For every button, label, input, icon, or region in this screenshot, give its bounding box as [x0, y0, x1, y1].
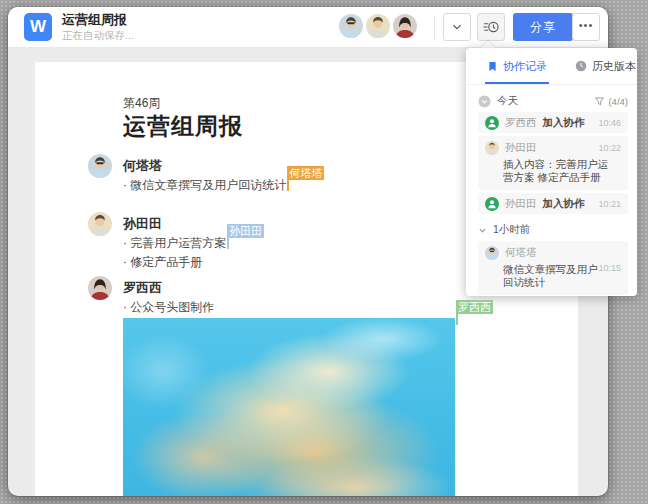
collaborator-name: 何塔塔 — [505, 246, 537, 260]
group-label: 1小时前 — [493, 223, 530, 237]
avatar-suntiantian — [485, 141, 499, 155]
avatar-hetata — [485, 246, 499, 260]
tab-label: 协作记录 — [503, 59, 547, 74]
clock-icon — [575, 60, 587, 72]
author-name[interactable]: 孙田田 — [123, 215, 229, 232]
autosave-status: 正在自动保存... — [62, 28, 134, 42]
activity-content: 插入内容：完善用户运营方案 修定产品手册 — [503, 158, 615, 184]
more-options-button[interactable]: ••• — [572, 13, 600, 41]
doc-image-container: 罗西西 — [123, 318, 455, 496]
doc-week[interactable]: 第46周 — [123, 95, 160, 112]
avatar-suntiantian[interactable] — [366, 14, 390, 38]
activity-entry-join[interactable]: 孙田田 加入协作 10:21 — [478, 193, 628, 214]
toolbar-divider — [434, 16, 435, 39]
activity-time: 10:15 — [598, 263, 621, 273]
doc-bullet-line[interactable]: 微信文章撰写及用户回访统计何塔塔 — [123, 176, 289, 195]
doc-bullet-line[interactable]: 公众号头图制作 — [123, 298, 214, 317]
activity-entry-edit[interactable]: 何塔塔 微信文章撰写及用户回访统计 10:15 — [478, 241, 628, 295]
avatar-luoxixi[interactable] — [393, 14, 417, 38]
collab-cursor-luoxixi: 罗西西 — [456, 312, 458, 325]
entry-body: 微信文章撰写及用户回访统计 10:15 — [485, 260, 621, 289]
activity-list: 今天 (4/4) 罗西西 加入协作 10:46 孙田田 10:22 — [466, 85, 637, 296]
chevron-small-icon — [478, 226, 487, 235]
group-header-1hour[interactable]: 1小时前 — [478, 219, 628, 241]
avatar-suntiantian — [88, 212, 112, 236]
collab-cursor-hetata: 何塔塔 — [287, 178, 289, 191]
doc-author-block: 罗西西 公众号头图制作 — [88, 276, 214, 317]
desktop-background: W 运营组周报 正在自动保存... 分享 — [0, 0, 648, 504]
jellyfish-image[interactable] — [123, 318, 455, 496]
tab-label: 历史版本 — [592, 59, 636, 74]
share-button[interactable]: 分享 — [513, 13, 573, 41]
doc-block-text: 孙田田 完善用户运营方案孙田田 修定产品手册 — [123, 212, 229, 272]
activity-entry-join[interactable]: 罗西西 加入协作 10:46 — [478, 112, 628, 133]
doc-author-block: 何塔塔 微信文章撰写及用户回访统计何塔塔 — [88, 154, 289, 195]
more-icon: ••• — [579, 19, 594, 31]
bullet-text: 完善用户运营方案 — [130, 236, 226, 250]
activity-time: 10:46 — [598, 118, 621, 128]
activity-time: 10:22 — [598, 143, 621, 153]
app-logo[interactable]: W — [24, 13, 52, 41]
collaborator-name: 孙田田 — [505, 197, 537, 211]
entry-header: 孙田田 10:22 — [485, 140, 621, 155]
collaborator-name: 孙田田 — [505, 141, 537, 155]
avatar-hetata[interactable] — [339, 14, 363, 38]
bullet-text: 修定产品手册 — [130, 255, 202, 269]
doc-bullet-line[interactable]: 修定产品手册 — [123, 253, 229, 272]
activity-time: 10:21 — [598, 199, 621, 209]
doc-author-block: 孙田田 完善用户运营方案孙田田 修定产品手册 — [88, 212, 229, 272]
doc-block-text: 罗西西 公众号头图制作 — [123, 276, 214, 317]
activity-entry-edit[interactable]: 孙田田 10:22 插入内容：完善用户运营方案 修定产品手册 — [478, 136, 628, 190]
collaborator-avatars — [339, 14, 417, 38]
collaborator-name: 罗西西 — [505, 116, 537, 130]
collab-cursor-suntiantian: 孙田田 — [227, 236, 229, 249]
join-collaboration-icon — [485, 197, 499, 211]
app-logo-letter: W — [30, 17, 46, 37]
collapse-toolbar-button[interactable] — [443, 13, 471, 41]
activity-action: 加入协作 — [543, 116, 585, 130]
bookmark-icon — [487, 61, 498, 72]
collapse-circle-icon — [478, 95, 491, 108]
entry-header: 何塔塔 — [485, 245, 621, 260]
tab-collaboration-records[interactable]: 协作记录 — [487, 48, 547, 84]
panel-tabs: 协作记录 历史版本 — [466, 48, 637, 85]
doc-block-text: 何塔塔 微信文章撰写及用户回访统计何塔塔 — [123, 154, 289, 195]
top-bar: W 运营组周报 正在自动保存... 分享 — [8, 7, 608, 48]
author-name[interactable]: 罗西西 — [123, 279, 214, 296]
avatar-hetata — [88, 154, 112, 178]
activity-content: 微信文章撰写及用户回访统计 — [503, 263, 598, 289]
collaboration-panel: 协作记录 历史版本 今天 (4/4) 罗西西 加入协作 10:4 — [466, 48, 637, 296]
activity-action: 加入协作 — [543, 197, 585, 211]
history-icon — [483, 19, 499, 35]
filter-control[interactable]: (4/4) — [594, 96, 628, 107]
group-header-today[interactable]: 今天 (4/4) — [478, 90, 628, 112]
chevron-down-icon — [450, 20, 464, 34]
doc-bullet-line[interactable]: 完善用户运营方案孙田田 — [123, 234, 229, 253]
bullet-text: 公众号头图制作 — [130, 300, 214, 314]
collaboration-history-button[interactable] — [477, 13, 505, 41]
group-label: 今天 — [497, 94, 518, 108]
author-name[interactable]: 何塔塔 — [123, 157, 289, 174]
document-title: 运营组周报 — [62, 12, 134, 28]
tab-history-versions[interactable]: 历史版本 — [575, 48, 636, 84]
bullet-text: 微信文章撰写及用户回访统计 — [130, 178, 286, 192]
doc-heading[interactable]: 运营组周报 — [123, 111, 243, 142]
filter-count: (4/4) — [608, 96, 628, 107]
filter-icon — [594, 96, 605, 107]
avatar-luoxixi — [88, 276, 112, 300]
document-title-group: 运营组周报 正在自动保存... — [62, 12, 134, 42]
join-collaboration-icon — [485, 116, 499, 130]
